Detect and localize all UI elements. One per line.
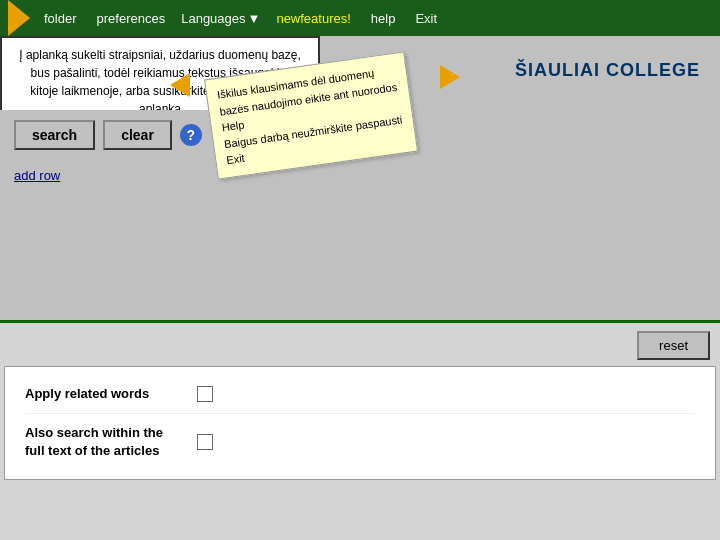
top-nav: folder preferences Languages ▼ newfeatur…: [0, 0, 720, 36]
reset-button[interactable]: reset: [637, 331, 710, 360]
nav-help[interactable]: help: [361, 11, 406, 26]
nav-preferences[interactable]: preferences: [87, 11, 176, 26]
chevron-down-icon: ▼: [248, 11, 261, 26]
clear-button[interactable]: clear: [103, 120, 172, 150]
option-label-related-words: Apply related words: [25, 385, 185, 403]
option-checkbox-full-text[interactable]: [197, 434, 213, 450]
nav-newfeatures[interactable]: newfeatures!: [266, 11, 360, 26]
add-row-link[interactable]: add row: [14, 168, 60, 183]
option-label-full-text: Also search within the full text of the …: [25, 424, 185, 460]
nav-languages[interactable]: Languages ▼: [175, 11, 266, 26]
nav-folder[interactable]: folder: [34, 11, 87, 26]
option-row-full-text: Also search within the full text of the …: [25, 414, 695, 470]
search-button[interactable]: search: [14, 120, 95, 150]
reset-bar: reset: [0, 323, 720, 366]
bottom-panel: reset Apply related words Also search wi…: [0, 320, 720, 540]
nav-arrow-icon: [8, 0, 30, 36]
option-checkbox-related-words[interactable]: [197, 386, 213, 402]
options-area: Apply related words Also search within t…: [4, 366, 716, 480]
nav-exit[interactable]: Exit: [405, 11, 447, 26]
search-row: search clear ?: [14, 120, 706, 150]
arrow-right-icon: [440, 65, 460, 89]
option-row-related-words: Apply related words: [25, 375, 695, 414]
college-title: ŠIAULIAI COLLEGE: [515, 60, 700, 81]
help-badge-button[interactable]: ?: [180, 124, 202, 146]
